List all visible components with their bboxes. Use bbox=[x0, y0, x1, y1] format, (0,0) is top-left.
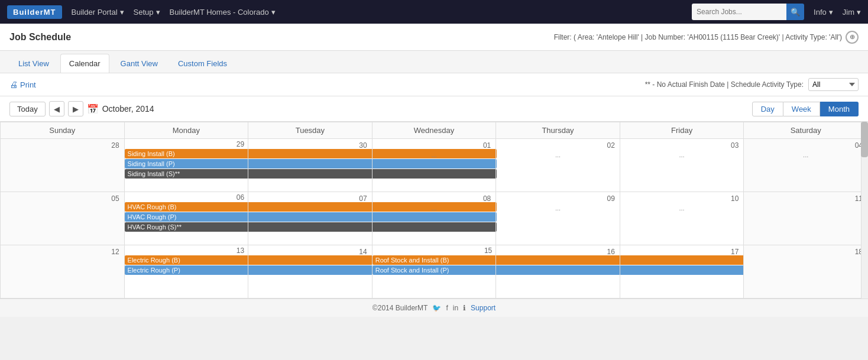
col-header-thursday: Thursday bbox=[496, 122, 620, 139]
page-title: Job Schedule bbox=[9, 32, 71, 43]
scrollbar-thumb[interactable] bbox=[861, 122, 868, 157]
calendar-day-cell: 30 bbox=[248, 139, 373, 192]
day-number: 05 bbox=[2, 193, 123, 204]
day-number: 04 bbox=[745, 140, 866, 151]
scrollbar-track[interactable] bbox=[861, 122, 868, 299]
twitter-icon: 🐦 bbox=[432, 304, 441, 312]
day-number: 02 bbox=[497, 140, 618, 151]
view-day-button[interactable]: Day bbox=[752, 102, 783, 116]
filter-text: Filter: ( Area: 'Antelope Hill' | Job Nu… bbox=[554, 33, 842, 41]
col-header-monday: Monday bbox=[124, 122, 248, 139]
search-button[interactable]: 🔍 bbox=[786, 4, 804, 20]
col-header-friday: Friday bbox=[620, 122, 744, 139]
activity-type-select[interactable]: All Scheduled Actual bbox=[808, 78, 859, 91]
tab-gantt-view[interactable]: Gantt View bbox=[112, 54, 167, 73]
support-link[interactable]: Support bbox=[471, 304, 495, 312]
calendar-day-cell: 14 bbox=[248, 245, 373, 299]
nav-setup[interactable]: Setup ▾ bbox=[134, 8, 160, 17]
calendar-day-cell: 07 bbox=[248, 192, 373, 245]
day-number: 30 bbox=[250, 140, 371, 151]
calendar-day-cell: 03 ... bbox=[620, 139, 744, 192]
day-number: 15 bbox=[373, 245, 496, 255]
day-number: 10 bbox=[621, 193, 743, 204]
info-icon: ℹ bbox=[463, 304, 466, 312]
print-icon: 🖨 bbox=[9, 80, 18, 89]
calendar-day-cell: 15 Roof Stock and Install (B) Roof Stock… bbox=[372, 245, 496, 299]
tab-list-view[interactable]: List View bbox=[9, 54, 58, 73]
view-week-button[interactable]: Week bbox=[783, 102, 820, 116]
col-header-sunday: Sunday bbox=[1, 122, 125, 139]
calendar-day-cell: 06 HVAC Rough (B) HVAC Rough (P) HVAC Ro… bbox=[124, 192, 248, 245]
nav-info[interactable]: Info ▾ bbox=[814, 8, 833, 17]
event-overflow[interactable]: ... bbox=[497, 151, 618, 159]
calendar-day-cell: 04 ... bbox=[744, 139, 868, 192]
calendar-day-cell: 10 ... bbox=[620, 192, 744, 245]
day-number: 06 bbox=[125, 192, 248, 202]
calendar-day-cell: 16 bbox=[496, 245, 620, 299]
col-header-tuesday: Tuesday bbox=[248, 122, 373, 139]
day-number: 01 bbox=[374, 140, 495, 151]
search-box: 🔍 bbox=[692, 4, 804, 20]
calendar-day-cell: 17 bbox=[620, 245, 744, 299]
filter-icon[interactable]: ⊕ bbox=[846, 31, 859, 44]
event-overflow[interactable]: ... bbox=[745, 151, 866, 159]
calendar-day-cell: 28 bbox=[1, 139, 125, 192]
cal-nav-left: Today ◀ ▶ 📅 October, 2014 bbox=[9, 101, 154, 116]
event-overflow[interactable]: ... bbox=[621, 151, 743, 159]
nav-user[interactable]: Jim ▾ bbox=[843, 8, 861, 17]
linkedin-icon: in bbox=[453, 304, 458, 312]
view-buttons: Day Week Month bbox=[752, 102, 859, 116]
footer: ©2014 BuilderMT 🐦 f in ℹ Support bbox=[0, 299, 868, 317]
col-header-saturday: Saturday bbox=[744, 122, 868, 139]
search-input[interactable] bbox=[692, 4, 786, 20]
day-number: 09 bbox=[497, 193, 618, 204]
day-number: 07 bbox=[250, 193, 371, 204]
tab-calendar[interactable]: Calendar bbox=[60, 54, 109, 73]
print-button[interactable]: 🖨 Print bbox=[9, 80, 36, 89]
calendar-week-row: 05 06 HVAC Rough (B) HVAC Rough (P) HVAC… bbox=[1, 192, 868, 245]
facebook-icon: f bbox=[446, 304, 448, 312]
nav-company[interactable]: BuilderMT Homes - Colorado ▾ bbox=[170, 8, 276, 17]
day-number: 17 bbox=[621, 247, 743, 257]
event-overflow[interactable]: ... bbox=[497, 204, 618, 212]
toolbar: 🖨 Print ** - No Actual Finish Date | Sch… bbox=[0, 73, 868, 96]
calendar-header-row: Sunday Monday Tuesday Wednesday Thursday… bbox=[1, 122, 868, 139]
calendar-day-cell: 02 ... bbox=[496, 139, 620, 192]
calendar-day-cell: 13 Electric Rough (B) Electric Rough (P) bbox=[124, 245, 248, 299]
day-number: 14 bbox=[250, 247, 371, 257]
view-month-button[interactable]: Month bbox=[820, 102, 859, 116]
calendar-day-cell: 01 ... bbox=[372, 139, 496, 192]
current-month-label: October, 2014 bbox=[102, 104, 154, 113]
today-button[interactable]: Today bbox=[9, 102, 46, 116]
event-overflow[interactable]: ... bbox=[374, 151, 495, 159]
calendar-grid: Sunday Monday Tuesday Wednesday Thursday… bbox=[0, 122, 868, 299]
day-number: 28 bbox=[2, 140, 123, 151]
day-number: 11 bbox=[745, 193, 866, 204]
day-number: 08 bbox=[374, 193, 495, 204]
next-month-button[interactable]: ▶ bbox=[68, 101, 83, 116]
calendar-day-cell: 05 bbox=[1, 192, 125, 245]
day-number: 16 bbox=[497, 247, 618, 257]
day-number: 29 bbox=[125, 139, 248, 148]
calendar-day-cell: 18 bbox=[744, 245, 868, 299]
col-header-wednesday: Wednesday bbox=[372, 122, 496, 139]
calendar-day-cell: 09 ... bbox=[496, 192, 620, 245]
event-overflow[interactable]: ... bbox=[374, 204, 495, 212]
page-header: Job Schedule Filter: ( Area: 'Antelope H… bbox=[0, 24, 868, 51]
nav-builder-portal[interactable]: Builder Portal ▾ bbox=[72, 8, 124, 17]
calendar-navigation: Today ◀ ▶ 📅 October, 2014 Day Week Month bbox=[0, 96, 868, 122]
copyright-text: ©2014 BuilderMT bbox=[373, 304, 428, 312]
event-overflow[interactable]: ... bbox=[621, 204, 743, 212]
day-number: 03 bbox=[621, 140, 743, 151]
day-number: 12 bbox=[2, 247, 123, 257]
calendar-week-row: 12 13 Electric Rough (B) Electric Rough … bbox=[1, 245, 868, 299]
filter-bar: Filter: ( Area: 'Antelope Hill' | Job Nu… bbox=[554, 31, 859, 44]
calendar-outer-wrapper: Sunday Monday Tuesday Wednesday Thursday… bbox=[0, 122, 868, 299]
prev-month-button[interactable]: ◀ bbox=[49, 101, 64, 116]
day-number: 18 bbox=[745, 247, 866, 257]
calendar-icon: 📅 bbox=[87, 103, 99, 115]
tab-custom-fields[interactable]: Custom Fields bbox=[169, 54, 236, 73]
calendar-day-cell: 29 Siding Install (B) Siding Install (P)… bbox=[124, 139, 248, 192]
calendar-week-row: 28 29 Siding Install (B) Siding Install … bbox=[1, 139, 868, 192]
day-number: 13 bbox=[125, 245, 248, 255]
